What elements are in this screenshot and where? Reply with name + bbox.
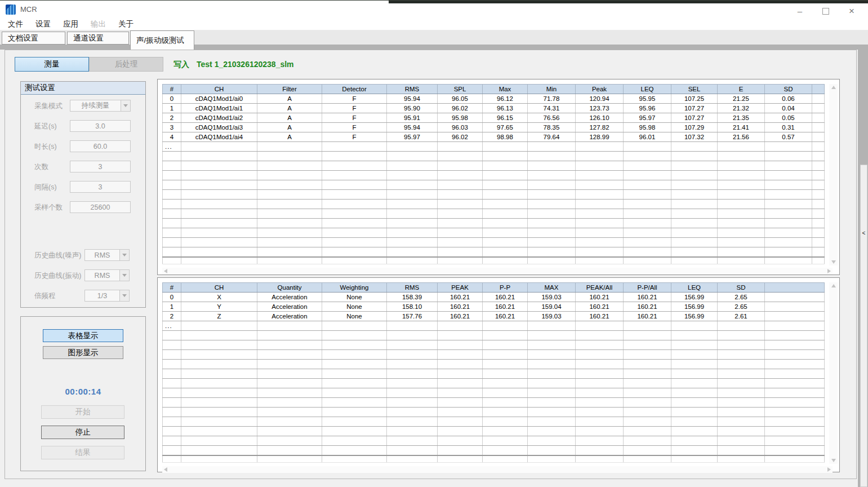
vertical-scrollbar[interactable] [829, 282, 838, 464]
table-cell[interactable]: 95.91 [387, 113, 438, 123]
chevron-down-icon[interactable] [121, 100, 130, 111]
table-cell[interactable] [812, 132, 825, 142]
delay-input[interactable]: 3.0 [70, 120, 131, 132]
table-cell[interactable]: 128.99 [576, 132, 624, 142]
table-cell[interactable]: cDAQ1Mod1/ai0 [181, 94, 257, 104]
measure-button[interactable]: 测量 [15, 57, 89, 72]
scroll-down-icon[interactable] [831, 260, 836, 264]
result-button[interactable]: 结果 [41, 446, 124, 459]
data-row[interactable]: 0cDAQ1Mod1/ai0AF95.9496.0596.1271.78120.… [163, 94, 825, 104]
table-cell[interactable] [812, 104, 825, 113]
table-cell[interactable]: 95.98 [624, 123, 671, 132]
table-cell[interactable]: 0.05 [765, 113, 812, 123]
table-cell[interactable]: 97.65 [483, 123, 528, 132]
table-cell[interactable]: 0.31 [765, 123, 812, 132]
table-cell[interactable]: 160.21 [576, 293, 624, 302]
scroll-right-icon[interactable] [827, 269, 831, 273]
count-input[interactable]: 3 [70, 161, 131, 172]
table-cell[interactable]: 76.56 [528, 113, 576, 123]
chevron-down-icon[interactable] [119, 270, 129, 281]
table-cell[interactable]: 160.21 [438, 302, 483, 312]
table-cell[interactable]: Acceleration [257, 293, 322, 302]
table-cell[interactable]: 78.35 [528, 123, 576, 132]
table-cell[interactable]: 96.05 [438, 94, 483, 104]
postprocess-button[interactable]: 后处理 [89, 57, 163, 72]
graph-view-button[interactable]: 图形显示 [43, 346, 123, 359]
table-cell[interactable]: cDAQ1Mod1/ai4 [181, 132, 257, 142]
stop-button[interactable]: 停止 [41, 426, 124, 439]
table-cell[interactable]: 2 [163, 312, 181, 321]
table-cell[interactable]: 158.39 [387, 293, 438, 302]
table-cell[interactable]: None [322, 293, 387, 302]
data-row[interactable]: 3cDAQ1Mod1/ai3AF95.9496.0397.6578.35127.… [163, 123, 825, 132]
table-cell[interactable]: 156.99 [671, 312, 718, 321]
table-cell[interactable]: 158.10 [387, 302, 438, 312]
table-cell[interactable]: F [322, 113, 387, 123]
table-cell[interactable]: 98.98 [483, 132, 528, 142]
table-cell[interactable]: Y [181, 302, 257, 312]
table-cell[interactable]: 79.64 [528, 132, 576, 142]
table-cell[interactable]: 95.95 [624, 94, 671, 104]
table-cell[interactable]: 2.61 [718, 312, 765, 321]
table-cell[interactable]: 2.65 [718, 293, 765, 302]
table-cell[interactable] [812, 94, 825, 104]
horizontal-scrollbar[interactable] [162, 268, 833, 275]
table-cell[interactable]: 107.27 [671, 113, 718, 123]
table-cell[interactable]: 3 [163, 123, 181, 132]
table-cell[interactable]: A [257, 132, 322, 142]
table-cell[interactable]: cDAQ1Mod1/ai1 [181, 104, 257, 113]
table-cell[interactable]: A [257, 94, 322, 104]
table-cell[interactable]: 96.12 [483, 94, 528, 104]
table-cell[interactable]: 2.65 [718, 302, 765, 312]
table-cell[interactable]: 156.99 [671, 293, 718, 302]
table-view-button[interactable]: 表格显示 [43, 329, 123, 342]
table-cell[interactable]: F [322, 132, 387, 142]
table-cell[interactable]: 0.57 [765, 132, 812, 142]
table-cell[interactable]: 156.99 [671, 302, 718, 312]
table-cell[interactable]: 21.35 [718, 113, 765, 123]
table-cell[interactable]: A [257, 104, 322, 113]
scroll-right-icon[interactable] [827, 467, 831, 472]
table-cell[interactable]: 107.25 [671, 94, 718, 104]
table-cell[interactable]: 160.21 [576, 312, 624, 321]
horizontal-scrollbar[interactable] [162, 466, 833, 473]
table-cell[interactable]: 0 [163, 293, 181, 302]
table-cell[interactable]: 96.02 [438, 132, 483, 142]
table-cell[interactable]: 160.21 [483, 312, 528, 321]
table-cell[interactable] [812, 113, 825, 123]
acquisition-mode-dropdown[interactable]: 持续测量 [70, 100, 131, 112]
scroll-up-icon[interactable] [831, 86, 836, 89]
minimize-button[interactable]: – [787, 3, 813, 19]
table-cell[interactable]: 21.32 [718, 104, 765, 113]
table-cell[interactable]: 160.21 [483, 302, 528, 312]
table-cell[interactable]: 96.03 [438, 123, 483, 132]
maximize-button[interactable] [813, 3, 839, 19]
scroll-left-icon[interactable] [164, 467, 167, 472]
collapse-left-icon[interactable]: < [861, 230, 867, 236]
chevron-down-icon[interactable] [119, 290, 129, 301]
table-cell[interactable]: A [257, 113, 322, 123]
table-cell[interactable]: 160.21 [438, 312, 483, 321]
table-cell[interactable]: 159.04 [528, 302, 576, 312]
table-cell[interactable]: 160.21 [624, 302, 671, 312]
table-cell[interactable]: cDAQ1Mod1/ai2 [181, 113, 257, 123]
table-cell[interactable]: 126.10 [576, 113, 624, 123]
table-cell[interactable]: 159.03 [528, 312, 576, 321]
table-cell[interactable]: 21.56 [718, 132, 765, 142]
table-cell[interactable]: 95.90 [387, 104, 438, 113]
start-button[interactable]: 开始 [41, 405, 124, 419]
chevron-down-icon[interactable] [119, 250, 129, 260]
data-row[interactable]: 1YAccelerationNone158.10160.21160.21159.… [163, 302, 825, 312]
table-cell[interactable]: Acceleration [257, 302, 322, 312]
table-cell[interactable]: A [257, 123, 322, 132]
table-cell[interactable]: 95.96 [624, 104, 671, 113]
history-curve-vibration-dropdown[interactable]: RMS [84, 269, 130, 281]
scroll-down-icon[interactable] [831, 459, 836, 462]
table-cell[interactable]: None [322, 302, 387, 312]
table-cell[interactable]: 157.76 [387, 312, 438, 321]
table-cell[interactable]: 160.21 [438, 293, 483, 302]
table-cell[interactable]: 95.97 [624, 113, 671, 123]
menu-item-about[interactable]: 关于 [112, 19, 140, 29]
menu-item-settings[interactable]: 设置 [29, 19, 57, 29]
octave-dropdown[interactable]: 1/3 [84, 290, 130, 302]
